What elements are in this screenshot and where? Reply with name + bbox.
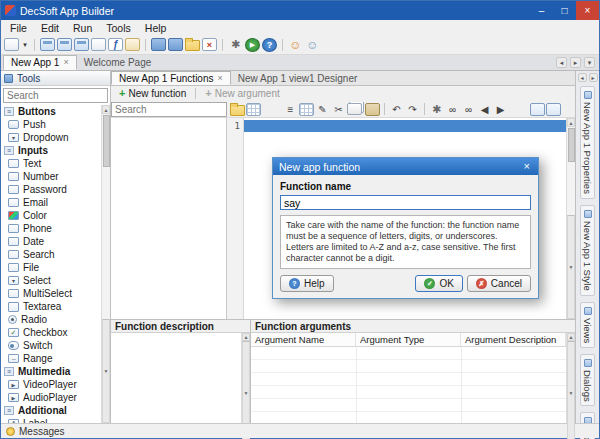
argument-column-header[interactable]: Argument Name — [251, 333, 356, 346]
status-bar[interactable]: Messages — [1, 423, 599, 438]
dialog-titlebar[interactable]: New app function × — [273, 158, 538, 175]
scroll-down-icon[interactable]: ▼ — [567, 215, 575, 319]
tool-item-number[interactable]: Number — [1, 170, 101, 183]
scroll-tabs-right-icon[interactable]: ▸ — [570, 57, 581, 68]
argument-column-header[interactable]: Argument Description — [461, 333, 566, 346]
tools-group-multimedia[interactable]: Multimedia — [1, 365, 101, 378]
tools-search-input[interactable] — [3, 88, 108, 103]
menu-edit[interactable]: Edit — [34, 21, 66, 35]
minimize-button[interactable]: – — [530, 1, 553, 20]
dock-scroll-left-icon[interactable]: ◂ — [578, 73, 587, 82]
scroll-down-icon[interactable]: ▼ — [102, 319, 110, 423]
new-app-icon[interactable] — [4, 38, 19, 51]
new-view-icon[interactable] — [40, 38, 55, 51]
dialog-close-icon[interactable]: × — [522, 161, 532, 172]
tab-new-app-1-functions[interactable]: New App 1 Functions × — [111, 71, 231, 85]
dock-tab-dialogs[interactable]: Dialogs — [580, 354, 595, 407]
menu-file[interactable]: File — [3, 21, 34, 35]
functions-search-input[interactable] — [111, 102, 227, 117]
redo-icon[interactable]: ↷ — [405, 102, 420, 116]
help-button[interactable]: ? Help — [280, 275, 334, 292]
cancel-button[interactable]: ✗ Cancel — [467, 275, 531, 292]
format-code-icon[interactable]: ≡ — [283, 102, 298, 116]
tool-item-search[interactable]: Search — [1, 248, 101, 261]
app-files-icon[interactable] — [125, 38, 140, 51]
table-row[interactable] — [251, 373, 566, 386]
scroll-up-icon[interactable]: ▲ — [567, 333, 575, 341]
table-row[interactable] — [251, 347, 566, 360]
scroll-tabs-left-icon[interactable]: ◂ — [556, 57, 567, 68]
tool-item-email[interactable]: Email — [1, 196, 101, 209]
dock-tab-new-app-1-style[interactable]: New App 1 Style — [580, 205, 595, 296]
tool-item-multiselect[interactable]: MultiSelect — [1, 287, 101, 300]
description-scrollbar[interactable]: ▲ ▼ — [241, 333, 250, 423]
app-options-icon[interactable]: ✱ — [228, 38, 243, 52]
find-next-icon[interactable]: ∞ — [461, 102, 476, 116]
tools-group-buttons[interactable]: Buttons — [1, 105, 101, 118]
dock-scroll-right-icon[interactable]: ▸ — [589, 73, 598, 82]
edit-icon[interactable]: ✎ — [315, 102, 330, 116]
functions-list[interactable] — [111, 118, 227, 319]
scroll-thumb[interactable] — [103, 115, 110, 167]
open-app-icon[interactable] — [185, 40, 200, 51]
print-code-icon[interactable] — [546, 103, 561, 116]
maximize-button[interactable]: □ — [553, 1, 576, 20]
scroll-up-icon[interactable]: ▲ — [567, 118, 575, 127]
tools-panel-header[interactable]: Tools — [1, 71, 110, 86]
tools-group-additional[interactable]: Additional — [1, 404, 101, 417]
tool-item-dropdown[interactable]: Dropdown — [1, 131, 101, 144]
menu-run[interactable]: Run — [66, 21, 99, 35]
table-row[interactable] — [251, 360, 566, 373]
tool-item-switch[interactable]: Switch — [1, 339, 101, 352]
tab-new-app-1-view1-designer[interactable]: New App 1 view1 Designer — [231, 71, 365, 85]
new-argument-button[interactable]: + New argument — [200, 87, 284, 101]
new-app-menu-caret-icon[interactable]: ▾ — [21, 38, 29, 52]
argument-column-header[interactable]: Argument Type — [356, 333, 461, 346]
tool-item-audioplayer[interactable]: AudioPlayer — [1, 391, 101, 404]
menu-help[interactable]: Help — [138, 21, 174, 35]
tab-list-caret-icon[interactable]: ▾ — [584, 57, 595, 68]
open-snippet-icon[interactable] — [230, 105, 245, 116]
tool-item-phone[interactable]: Phone — [1, 222, 101, 235]
tool-item-text[interactable]: Text — [1, 157, 101, 170]
tab-new-app-1[interactable]: New App 1 × — [3, 55, 77, 70]
new-dialog-icon[interactable] — [57, 38, 72, 51]
scroll-up-icon[interactable]: ▲ — [242, 333, 250, 341]
scroll-down-icon[interactable]: ▼ — [567, 341, 575, 439]
table-row[interactable] — [251, 386, 566, 399]
arguments-scrollbar[interactable]: ▲ ▼ — [566, 333, 575, 423]
tool-item-push[interactable]: Push — [1, 118, 101, 131]
app-functions-icon[interactable]: ƒ — [108, 38, 123, 51]
function-description-editor[interactable] — [111, 333, 241, 423]
tool-item-color[interactable]: Color — [1, 209, 101, 222]
prev-bookmark-icon[interactable]: ◀ — [477, 102, 492, 116]
save-app-icon[interactable] — [151, 38, 166, 51]
menu-tools[interactable]: Tools — [99, 21, 138, 35]
cut-icon[interactable]: ✂ — [331, 102, 346, 116]
help-icon[interactable]: ? — [262, 38, 277, 52]
code-templates-icon[interactable] — [246, 103, 261, 116]
tool-item-checkbox[interactable]: Checkbox — [1, 326, 101, 339]
tools-group-inputs[interactable]: Inputs — [1, 144, 101, 157]
tool-item-range[interactable]: Range — [1, 352, 101, 365]
scroll-thumb[interactable] — [568, 128, 575, 162]
insert-table-icon[interactable] — [299, 103, 314, 116]
tools-scrollbar[interactable]: ▲ ▼ — [101, 105, 110, 423]
save-all-apps-icon[interactable] — [168, 38, 183, 51]
find-icon[interactable]: ∞ — [445, 102, 460, 116]
messages-label[interactable]: Messages — [19, 426, 65, 437]
next-bookmark-icon[interactable]: ▶ — [493, 102, 508, 116]
tool-item-password[interactable]: Password — [1, 183, 101, 196]
ok-button[interactable]: ✓ OK — [415, 275, 462, 292]
paste-icon[interactable] — [365, 103, 380, 116]
new-report-icon[interactable] — [91, 38, 106, 51]
user-accounts-icon[interactable]: ☺ — [288, 38, 303, 52]
dock-tab-views[interactable]: Views — [580, 302, 595, 348]
new-function-button[interactable]: + New function — [114, 87, 191, 101]
tab-close-icon[interactable]: × — [218, 74, 223, 83]
tool-item-select[interactable]: Select — [1, 274, 101, 287]
about-icon[interactable]: ☺ — [305, 38, 320, 52]
tool-item-textarea[interactable]: Textarea — [1, 300, 101, 313]
export-code-icon[interactable] — [530, 103, 545, 116]
search-options-icon[interactable]: ✱ — [429, 102, 444, 116]
